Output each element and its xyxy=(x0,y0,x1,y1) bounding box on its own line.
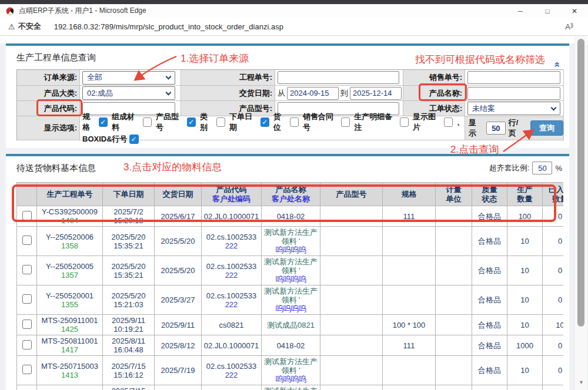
project-no-input[interactable] xyxy=(278,71,399,84)
display-option-checkbox[interactable]: ✓ xyxy=(99,117,108,127)
table-row[interactable]: Y-CS39250000914042025/7/2 15:20:182025/6… xyxy=(17,206,564,227)
chevron-down-icon xyxy=(551,105,557,110)
col-header-received[interactable]: 已入库数量 xyxy=(543,183,564,206)
display-option[interactable]: 货位 xyxy=(273,112,299,133)
display-option[interactable]: 产品型号✓ xyxy=(156,112,196,133)
display-option-label: 产品型号 xyxy=(156,112,185,133)
minimize-icon[interactable]: ─ xyxy=(507,4,534,18)
display-option-checkbox[interactable] xyxy=(216,117,225,127)
display-option-checkbox[interactable] xyxy=(290,117,299,127)
table-row[interactable]: Y--25052000513572025/5/20 15:35:212025/5… xyxy=(17,256,564,285)
order-status-select[interactable]: 未结案 xyxy=(467,102,560,115)
table-row[interactable]: MTS-25071500314132025/7/15 15:16:122025/… xyxy=(17,356,564,385)
row-checkbox[interactable] xyxy=(22,265,32,274)
date-from-input[interactable]: 2024-09-15 xyxy=(287,87,339,100)
table-row[interactable]: MTS-2507150022025/7/15 15:12025/7/2602.c… xyxy=(17,385,564,390)
col-header-unit[interactable]: 计量单位 xyxy=(436,183,472,206)
table-row[interactable]: Y--25052000613582025/5/20 15:35:212025/5… xyxy=(17,227,564,256)
cell-select xyxy=(17,285,37,315)
window-controls: ─ □ ✕ xyxy=(507,4,588,18)
sales-no-input[interactable] xyxy=(467,71,560,84)
search-button[interactable]: 查询 xyxy=(530,120,563,136)
display-option-label: 生产明细备注 xyxy=(354,112,397,133)
cell-product-model xyxy=(320,315,383,335)
display-option[interactable]: 生产明细备注 xyxy=(354,112,409,133)
display-option-checkbox[interactable] xyxy=(143,117,152,127)
annotation-filter-hint: 找不到可根据代码或名称筛选 xyxy=(415,53,545,66)
row-checkbox[interactable] xyxy=(22,365,32,374)
order-status-value: 未结案 xyxy=(472,103,495,114)
material-table-body: Y-CS39250000914042025/7/2 15:20:182025/6… xyxy=(17,206,564,390)
table-row[interactable]: MTS-25081100114172025/8/11 16:04:482025/… xyxy=(17,335,564,356)
col-header-order-no[interactable]: 生产工程单号 xyxy=(37,183,103,206)
overset-ratio-input[interactable]: 50 xyxy=(532,162,552,174)
cell-product-code: 02.cs.1002533 xyxy=(202,385,262,390)
display-options-label: 显示选项: xyxy=(17,116,80,140)
display-option[interactable]: 下单日期✓ xyxy=(229,112,269,133)
table-row[interactable]: MTS-25091100114252025/9/11 10:19:212025/… xyxy=(17,315,564,335)
row-checkbox[interactable] xyxy=(22,236,32,245)
scrollbar-thumb[interactable] xyxy=(577,39,584,327)
security-label[interactable]: 不安全 xyxy=(18,21,41,32)
row-checkbox[interactable] xyxy=(22,340,32,349)
col-header-line: 产品代码 xyxy=(202,185,260,194)
close-icon[interactable]: ✕ xyxy=(561,4,588,18)
col-header-qty[interactable]: 生产数量 xyxy=(507,183,543,206)
display-option-checkbox[interactable] xyxy=(444,117,453,127)
page-scrollbar[interactable]: ▼ xyxy=(574,36,587,390)
display-option-label: 规格 xyxy=(82,112,97,133)
cell-order-no: Y--2505200051357 xyxy=(37,256,103,285)
read-aloud-icon[interactable]: A)) xyxy=(565,22,573,31)
display-option[interactable]: 组成材料 xyxy=(112,112,152,133)
rows-per-page-input[interactable]: 50 xyxy=(486,122,506,135)
display-option-label: BOXID&行号 xyxy=(82,134,128,144)
row-checkbox[interactable] xyxy=(22,294,32,304)
display-option-checkbox[interactable] xyxy=(341,117,350,127)
cell-delivery-date: 2025/7/26 xyxy=(155,385,202,390)
cell-product-name-text: 呜呜呜呜 xyxy=(262,275,319,284)
display-option-label: 货位 xyxy=(273,112,288,133)
product-name-input[interactable] xyxy=(467,87,560,100)
date-to-input[interactable]: 2025-12-14 xyxy=(350,87,402,100)
display-option[interactable]: BOXID&行号✓ xyxy=(82,134,139,144)
order-source-select[interactable]: 全部 xyxy=(82,71,175,85)
display-option-checkbox[interactable]: ✓ xyxy=(260,117,269,127)
cell-qty-text: 1000 xyxy=(508,341,542,350)
col-header-quality[interactable]: 质量状态 xyxy=(472,183,507,206)
col-header-product-code[interactable]: 产品代码客户处编码 xyxy=(202,183,262,206)
display-option[interactable]: 销售合同号 xyxy=(303,112,350,133)
cell-received: 0 xyxy=(543,256,564,285)
display-option-checkbox[interactable] xyxy=(400,117,409,127)
col-header-order-date[interactable]: 下单日期 xyxy=(103,183,155,206)
maximize-icon[interactable]: □ xyxy=(534,4,561,18)
scroll-down-arrow-icon[interactable]: ▼ xyxy=(575,379,587,385)
cell-received: 0 xyxy=(543,356,564,385)
col-header-product-name[interactable]: 产品名称客户处名称 xyxy=(262,183,320,206)
product-category-select[interactable]: 02:成品 xyxy=(82,86,175,100)
collapse-panel-icon[interactable]: « xyxy=(553,62,561,67)
cell-order-date-text: 2025/5/20 15:35:21 xyxy=(103,233,153,250)
col-header-product-model[interactable]: 产品型号 xyxy=(320,183,383,206)
cell-quality: 合格品 xyxy=(472,227,507,256)
cell-product-code-text: 02.JL0.1000071 xyxy=(202,341,260,350)
col-header-select[interactable] xyxy=(17,183,37,206)
row-checkbox[interactable] xyxy=(22,211,32,220)
order-source-label: 订单来源: xyxy=(17,70,80,86)
cell-order-no-text: Y--250520001 xyxy=(38,291,102,300)
display-option-checkbox[interactable]: ✓ xyxy=(129,135,139,144)
display-option[interactable]: 规格✓ xyxy=(82,112,108,133)
address-url[interactable]: 192.168.0.32:789/mis/mrp/slc_product_int… xyxy=(54,22,283,31)
overset-ratio-label: 超齐套比例: xyxy=(489,163,530,173)
cell-product-name-text: 测试新方法生产领料 ' xyxy=(262,228,319,246)
col-header-spec[interactable]: 规格 xyxy=(383,183,436,206)
cell-order-date-text: 2025/7/15 15:16:12 xyxy=(103,362,153,379)
display-option-checkbox[interactable]: ✓ xyxy=(187,117,196,127)
row-checkbox[interactable] xyxy=(22,320,32,329)
col-header-line: 单位 xyxy=(436,194,471,204)
table-row[interactable]: Y--25052000113552025/5/20 15:21:032025/3… xyxy=(17,285,564,315)
cell-order-date: 2025/7/15 15:1 xyxy=(103,385,155,390)
col-header-delivery-date[interactable]: 交货日期 xyxy=(155,183,202,206)
display-option[interactable]: 显示图片 xyxy=(413,112,453,133)
cell-delivery-date: 2025/6/17 xyxy=(155,206,202,227)
display-option[interactable]: 类别 xyxy=(200,112,225,133)
